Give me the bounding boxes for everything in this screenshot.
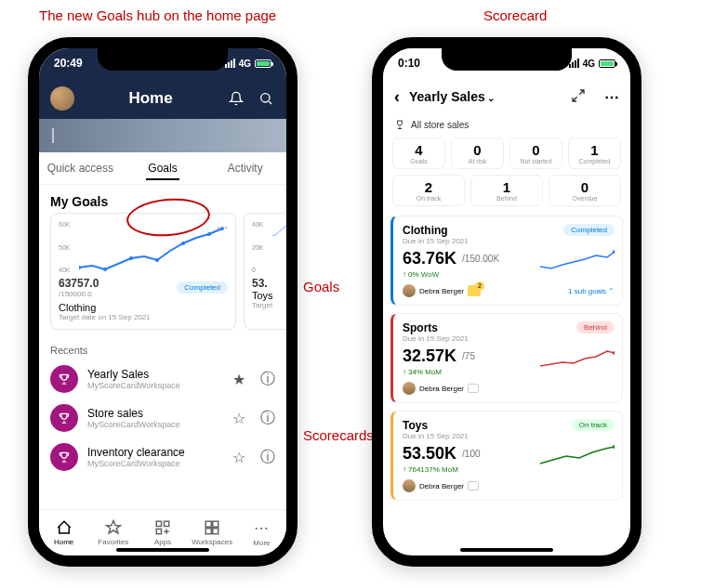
nav-label: More	[253, 539, 270, 547]
star-icon	[105, 519, 122, 536]
tab-goals[interactable]: Goals	[122, 152, 205, 184]
svg-rect-12	[213, 521, 218, 527]
svg-point-2	[103, 268, 107, 271]
home-icon	[56, 519, 73, 536]
user-avatar[interactable]	[50, 86, 74, 111]
goal-owner[interactable]: Debra Berger	[403, 382, 479, 395]
y-label: 60K	[59, 221, 77, 228]
star-icon-filled[interactable]: ★	[232, 371, 245, 388]
stat-not-started[interactable]: 0Not started	[509, 137, 562, 169]
status-time: 0:10	[398, 57, 420, 70]
goal-name: Clothing	[403, 224, 469, 237]
scorecard-subtitle: All store sales	[383, 115, 630, 137]
home-indicator	[460, 548, 553, 552]
goal-owner[interactable]: Debra Berger	[403, 479, 479, 492]
y-label: 50K	[59, 244, 77, 251]
goal-sparkline	[272, 221, 286, 239]
sub-goals-toggle[interactable]: 1 sub goals⌃	[568, 287, 615, 295]
avatar-icon	[403, 479, 416, 492]
more-icon[interactable]: ⋯	[604, 88, 619, 106]
star-icon-outline[interactable]: ☆	[232, 449, 245, 466]
recent-workspace: MyScoreCardWorkspace	[87, 381, 223, 390]
status-time: 20:49	[54, 57, 83, 70]
goal-value: 63757.0	[59, 277, 99, 290]
scorecard-header: ‹ Yearly Sales⌄ ⋯	[383, 78, 630, 115]
page-title: Home	[86, 89, 216, 108]
note-icon[interactable]	[468, 384, 479, 393]
stat-behind[interactable]: 1Behind	[470, 175, 543, 206]
info-icon[interactable]: ⓘ	[260, 448, 275, 467]
goal-due: Due in 15 Sep 2021	[403, 334, 469, 343]
goal-card-toys[interactable]: 40K 20K 0 53. Toys Target	[244, 213, 286, 330]
note-icon[interactable]	[468, 481, 479, 490]
stat-at-risk[interactable]: 0At risk	[451, 137, 504, 169]
tab-quick-access[interactable]: Quick access	[39, 152, 122, 184]
goal-target: /150000.0	[59, 290, 99, 298]
goals-carousel[interactable]: 60K 50K 40K ⋯ 63757.0 /150000.0 C	[39, 213, 286, 337]
battery-icon	[599, 59, 615, 68]
svg-point-3	[129, 256, 133, 260]
chevron-down-icon: ⌄	[487, 93, 495, 103]
home-tabs: Quick access Goals Activity	[39, 152, 286, 185]
goal-card-clothing[interactable]: 60K 50K 40K ⋯ 63757.0 /150000.0 C	[50, 213, 236, 330]
svg-point-16	[613, 351, 615, 355]
avatar-icon	[403, 382, 416, 395]
goal-due: Due in 15 Sep 2021	[403, 432, 469, 440]
stat-goals[interactable]: 4Goals	[392, 137, 445, 169]
sparkline	[540, 346, 615, 370]
goal-target: /75	[462, 351, 475, 361]
info-icon[interactable]: ⓘ	[260, 370, 275, 389]
status-badge-completed: Completed	[563, 224, 615, 236]
stat-overdue[interactable]: 0Overdue	[549, 175, 621, 206]
svg-rect-8	[156, 521, 161, 526]
nav-more[interactable]: ⋯ More	[237, 510, 286, 555]
svg-point-0	[261, 94, 270, 102]
status-badge-behind: Behind	[576, 321, 615, 333]
scorecard-title[interactable]: Yearly Sales⌄	[409, 89, 495, 104]
goal-name: Toys	[252, 290, 286, 301]
search-icon[interactable]	[257, 89, 275, 108]
info-icon[interactable]: ⓘ	[260, 409, 275, 428]
nav-label: Workspaces	[192, 538, 232, 546]
expand-icon[interactable]	[571, 88, 586, 106]
goal-value: 63.76K	[403, 249, 456, 268]
status-network: 4G	[239, 59, 251, 69]
nav-home[interactable]: Home	[39, 510, 88, 555]
card-menu-icon[interactable]: ⋯	[217, 221, 228, 234]
goal-card-sports[interactable]: SportsDue in 15 Sep 2021 Behind 32.57K/7…	[390, 313, 623, 403]
arrow-up-icon: ↑	[403, 270, 406, 279]
y-label: 40K	[59, 267, 77, 273]
phone-home: 20:49 4G Home Quick access Goals Activit…	[28, 37, 298, 567]
hero-banner	[39, 119, 286, 152]
annotation-title-right: Scorecard	[483, 7, 547, 23]
recent-item-inventory[interactable]: Inventory clearance MyScoreCardWorkspace…	[39, 438, 286, 477]
annotation-goals: Goals	[303, 279, 339, 294]
recent-item-yearly-sales[interactable]: Yearly Sales MyScoreCardWorkspace ★ ⓘ	[39, 359, 286, 399]
goal-name: Toys	[403, 419, 469, 432]
recent-item-store-sales[interactable]: Store sales MyScoreCardWorkspace ☆ ⓘ	[39, 399, 286, 438]
goal-target: /100	[462, 449, 480, 459]
svg-rect-9	[165, 521, 169, 526]
notifications-icon[interactable]	[227, 89, 245, 108]
svg-rect-14	[213, 529, 218, 534]
annotation-title-left: The new Goals hub on the home page	[39, 7, 276, 23]
goal-name: Clothing	[59, 302, 228, 313]
phone-notch	[98, 48, 228, 71]
owner-name: Debra Berger	[419, 287, 464, 295]
goal-sparkline	[79, 221, 228, 273]
back-icon[interactable]: ‹	[394, 87, 400, 107]
stat-on-track[interactable]: 2On track	[392, 175, 465, 206]
trophy-icon	[394, 119, 405, 130]
note-badge-icon[interactable]	[468, 285, 481, 296]
goal-card-clothing[interactable]: ClothingDue in 15 Sep 2021 Completed 63.…	[390, 216, 623, 306]
goal-owner[interactable]: Debra Berger	[403, 284, 481, 297]
svg-rect-10	[156, 529, 161, 534]
star-icon-outline[interactable]: ☆	[232, 410, 245, 427]
goal-card-toys[interactable]: ToysDue in 15 Sep 2021 On track 53.50K/1…	[390, 411, 623, 501]
app-header: Home	[39, 78, 286, 119]
scorecard-goal-list[interactable]: ClothingDue in 15 Sep 2021 Completed 63.…	[383, 212, 630, 512]
tab-activity[interactable]: Activity	[204, 152, 286, 184]
arrow-up-icon: ↑	[403, 368, 406, 376]
stat-completed[interactable]: 1Completed	[568, 137, 621, 169]
phone-notch	[442, 48, 572, 71]
